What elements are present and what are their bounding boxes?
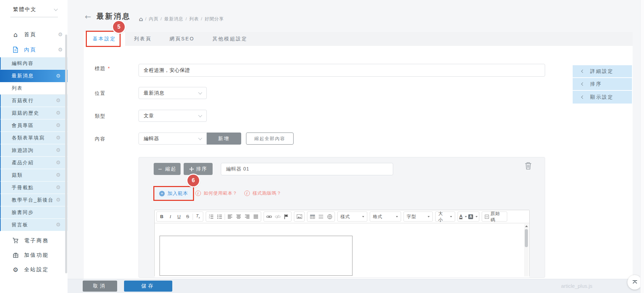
page-scrollbar[interactable]	[640, 0, 644, 293]
sidebar-item-travel-inquiry[interactable]: 旅遊諮詢	[0, 144, 68, 157]
breadcrumb-segment[interactable]: 好聞分享	[201, 16, 224, 22]
title-label: 標題*	[95, 66, 110, 72]
ordered-list-icon[interactable]	[207, 212, 215, 221]
align-center-icon[interactable]	[234, 212, 243, 221]
underline-button[interactable]: U	[175, 212, 183, 221]
required-asterisk: *	[108, 66, 110, 71]
sidebar-item-ecommerce[interactable]: 電子商務	[0, 233, 68, 248]
step-badge-5: 5	[113, 21, 125, 33]
sidebar-item-inner-pages[interactable]: 內頁	[0, 42, 68, 57]
sidebar-item-manual-downloads[interactable]: 手冊載點	[0, 182, 68, 194]
breadcrumb-segment[interactable]: 內頁	[145, 16, 159, 22]
editor-name-input[interactable]	[221, 163, 393, 175]
gear-icon[interactable]	[56, 148, 61, 153]
font-combo[interactable]: 字型	[403, 212, 433, 222]
sidebar-item-products[interactable]: 產品介紹	[0, 157, 68, 169]
collapse-editor-button[interactable]: 縮起	[154, 163, 181, 175]
italic-button[interactable]: I	[166, 212, 175, 221]
unlink-icon[interactable]	[273, 212, 282, 221]
sidebar-item-latest-news[interactable]: 最新消息	[0, 70, 68, 82]
breadcrumb-segment[interactable]: 列表	[185, 16, 199, 22]
dropdown-arrow-icon	[476, 216, 478, 217]
gear-icon[interactable]	[56, 173, 61, 178]
how-to-use-template-link[interactable]: i 如何使用範本？	[195, 190, 237, 196]
tab-other-modules[interactable]: 其他模組設定	[204, 32, 257, 46]
display-settings-button[interactable]: 顯示設定	[573, 91, 632, 104]
size-combo[interactable]: 大小	[435, 212, 455, 222]
scroll-to-top-button[interactable]	[627, 275, 642, 290]
gear-icon[interactable]	[56, 135, 61, 140]
cancel-button[interactable]: 取消	[83, 281, 117, 292]
content-type-select[interactable]: 編輯器	[139, 133, 207, 145]
gear-icon[interactable]	[56, 160, 61, 165]
sort-button[interactable]: 排序	[573, 78, 632, 91]
title-input[interactable]	[139, 64, 545, 77]
horizontal-rule-icon[interactable]	[317, 212, 325, 221]
breadcrumb-home-icon[interactable]	[139, 16, 143, 22]
tab-list-page[interactable]: 列表頁	[125, 32, 161, 46]
sidebar-item-edit-content[interactable]: 編輯內容	[0, 57, 68, 70]
bold-button[interactable]: B	[157, 212, 166, 221]
sidebar-item-facebook-sync[interactable]: 臉書同步	[0, 206, 68, 219]
align-left-icon[interactable]	[226, 212, 234, 221]
sidebar-item-teaching-platform[interactable]: 教學平台_新後台	[0, 194, 68, 206]
gear-icon[interactable]	[56, 185, 61, 190]
sidebar-item-addons[interactable]: 加值功能	[0, 248, 68, 262]
sidebar-item-forms[interactable]: 各類表單填寫	[0, 132, 68, 144]
sidebar-item-home[interactable]: 首頁	[0, 27, 68, 42]
source-code-button[interactable]: 原始碼	[482, 212, 507, 222]
sidebar-item-list[interactable]: 列表	[0, 82, 68, 95]
add-template-link[interactable]: + 加入範本	[155, 188, 192, 199]
table-icon[interactable]	[308, 212, 317, 221]
image-icon[interactable]	[295, 212, 304, 221]
anchor-flag-icon[interactable]	[282, 212, 290, 221]
justify-icon[interactable]	[252, 212, 260, 221]
scroll-up-arrow-icon[interactable]	[525, 225, 528, 227]
gear-icon[interactable]	[56, 74, 61, 79]
style-broken-link[interactable]: i 樣式跑版嗎？	[244, 190, 282, 196]
gear-icon[interactable]	[56, 123, 61, 128]
collapse-all-button[interactable]: 縮起全部內容	[246, 133, 294, 145]
add-content-button[interactable]: 新增	[207, 133, 241, 145]
sidebar-item-night-tour[interactable]: 百菇夜行	[0, 95, 68, 107]
tab-seo[interactable]: 網頁SEO	[161, 32, 204, 46]
globe-icon[interactable]	[325, 212, 334, 221]
save-button[interactable]: 儲存	[124, 281, 172, 292]
gear-icon[interactable]	[58, 32, 63, 37]
sidebar-item-member-area[interactable]: 會員專區	[0, 119, 68, 132]
detail-settings-button[interactable]: 詳細設定	[573, 65, 632, 78]
link-icon[interactable]	[265, 212, 273, 221]
bg-color-button[interactable]: A	[468, 212, 478, 221]
language-selector[interactable]: 繁體中文	[0, 0, 68, 21]
rte-scrollbar[interactable]	[524, 224, 529, 276]
footer-bar: 取消 儲存 article_plus.js	[68, 279, 644, 293]
source-code-icon	[485, 215, 489, 219]
gear-icon[interactable]	[56, 222, 61, 227]
position-select[interactable]: 最新消息	[139, 87, 207, 99]
sidebar-item-mushroom-history[interactable]: 菇菇的歷史	[0, 107, 68, 119]
tab-basic-settings[interactable]: 基本設定	[84, 32, 125, 46]
remove-format-button[interactable]: Tx	[194, 212, 202, 221]
rte-scrollbar-thumb[interactable]	[525, 229, 528, 247]
align-right-icon[interactable]	[243, 212, 252, 221]
sidebar-item-message-board[interactable]: 留言板	[0, 219, 68, 231]
rte-empty-element-outline	[160, 236, 352, 276]
breadcrumb-segment[interactable]: 最新消息	[161, 16, 184, 22]
style-combo[interactable]: 樣式	[337, 212, 367, 222]
trash-icon[interactable]	[525, 162, 532, 170]
bullet-list-icon[interactable]	[215, 212, 224, 221]
gear-icon[interactable]	[56, 110, 61, 116]
format-combo[interactable]: 格式	[370, 212, 401, 222]
back-arrow-icon[interactable]: ←	[85, 12, 91, 21]
sidebar-item-site-settings[interactable]: 全站設定	[0, 262, 68, 277]
text-color-button[interactable]: A	[459, 212, 468, 221]
type-select[interactable]: 文章	[139, 110, 207, 122]
rte-content-area[interactable]	[155, 223, 529, 277]
sort-editor-button[interactable]: 排序	[184, 163, 213, 175]
gear-icon[interactable]	[58, 47, 63, 52]
gear-icon[interactable]	[56, 98, 61, 103]
gear-icon[interactable]	[56, 197, 61, 203]
sidebar-scrollbar[interactable]	[65, 35, 67, 273]
sidebar-item-mushrooms[interactable]: 菇類	[0, 169, 68, 182]
strikethrough-button[interactable]: S	[183, 212, 192, 221]
